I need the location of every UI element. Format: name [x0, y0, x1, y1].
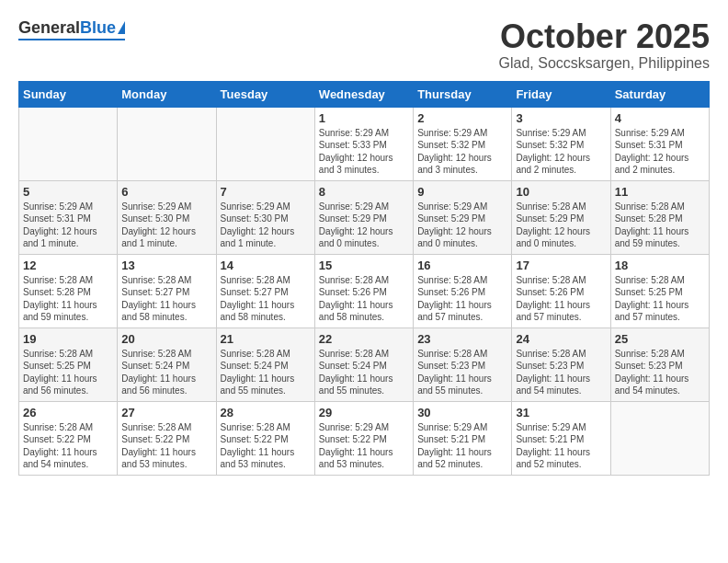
- location-title: Glad, Soccsksargen, Philippines: [499, 55, 710, 72]
- calendar-cell: [216, 107, 314, 180]
- day-info: Sunrise: 5:28 AM Sunset: 5:22 PM Dayligh…: [121, 421, 211, 471]
- day-info: Sunrise: 5:29 AM Sunset: 5:33 PM Dayligh…: [319, 127, 409, 177]
- calendar-cell: 26Sunrise: 5:28 AM Sunset: 5:22 PM Dayli…: [19, 401, 118, 475]
- day-number: 4: [615, 111, 705, 125]
- day-info: Sunrise: 5:28 AM Sunset: 5:26 PM Dayligh…: [319, 274, 409, 324]
- day-number: 11: [615, 185, 705, 199]
- day-info: Sunrise: 5:28 AM Sunset: 5:24 PM Dayligh…: [221, 348, 311, 397]
- calendar-cell: 15Sunrise: 5:28 AM Sunset: 5:26 PM Dayli…: [314, 254, 413, 327]
- calendar-cell: 19Sunrise: 5:28 AM Sunset: 5:25 PM Dayli…: [19, 327, 118, 401]
- calendar-cell: 24Sunrise: 5:28 AM Sunset: 5:23 PM Dayli…: [512, 327, 610, 401]
- calendar-cell: 21Sunrise: 5:28 AM Sunset: 5:24 PM Dayli…: [216, 327, 314, 401]
- calendar-cell: 14Sunrise: 5:28 AM Sunset: 5:27 PM Dayli…: [216, 254, 314, 327]
- day-info: Sunrise: 5:28 AM Sunset: 5:22 PM Dayligh…: [23, 421, 113, 471]
- day-info: Sunrise: 5:29 AM Sunset: 5:30 PM Dayligh…: [221, 201, 311, 250]
- day-info: Sunrise: 5:29 AM Sunset: 5:21 PM Dayligh…: [516, 421, 606, 471]
- day-number: 6: [121, 185, 211, 199]
- day-info: Sunrise: 5:29 AM Sunset: 5:29 PM Dayligh…: [319, 201, 409, 250]
- day-number: 8: [319, 185, 409, 199]
- day-info: Sunrise: 5:29 AM Sunset: 5:29 PM Dayligh…: [417, 201, 507, 250]
- day-number: 20: [121, 332, 211, 346]
- logo-general-text: General: [18, 18, 80, 38]
- day-number: 1: [319, 111, 409, 125]
- day-number: 5: [23, 185, 113, 199]
- calendar-header-saturday: Saturday: [610, 81, 709, 107]
- day-info: Sunrise: 5:28 AM Sunset: 5:23 PM Dayligh…: [516, 348, 606, 397]
- day-number: 29: [319, 406, 409, 419]
- calendar-cell: 27Sunrise: 5:28 AM Sunset: 5:22 PM Dayli…: [118, 401, 216, 475]
- day-info: Sunrise: 5:28 AM Sunset: 5:27 PM Dayligh…: [121, 274, 211, 324]
- calendar-cell: 10Sunrise: 5:28 AM Sunset: 5:29 PM Dayli…: [512, 180, 610, 254]
- day-info: Sunrise: 5:28 AM Sunset: 5:26 PM Dayligh…: [516, 274, 606, 324]
- day-number: 3: [516, 111, 606, 125]
- day-number: 31: [516, 406, 606, 419]
- page-header: General Blue October 2025 Glad, Soccsksa…: [18, 18, 710, 72]
- calendar-week-row: 12Sunrise: 5:28 AM Sunset: 5:28 PM Dayli…: [19, 254, 710, 327]
- day-info: Sunrise: 5:28 AM Sunset: 5:23 PM Dayligh…: [417, 348, 507, 397]
- calendar-cell: 25Sunrise: 5:28 AM Sunset: 5:23 PM Dayli…: [610, 327, 709, 401]
- calendar-cell: 3Sunrise: 5:29 AM Sunset: 5:32 PM Daylig…: [512, 107, 610, 180]
- day-number: 21: [221, 332, 311, 346]
- day-info: Sunrise: 5:29 AM Sunset: 5:32 PM Dayligh…: [516, 127, 606, 177]
- day-number: 19: [23, 332, 113, 346]
- calendar-cell: 18Sunrise: 5:28 AM Sunset: 5:25 PM Dayli…: [610, 254, 709, 327]
- day-info: Sunrise: 5:29 AM Sunset: 5:31 PM Dayligh…: [23, 201, 113, 250]
- day-number: 28: [221, 406, 311, 419]
- day-number: 26: [23, 406, 113, 419]
- calendar-cell: 23Sunrise: 5:28 AM Sunset: 5:23 PM Dayli…: [414, 327, 512, 401]
- calendar-cell: 5Sunrise: 5:29 AM Sunset: 5:31 PM Daylig…: [19, 180, 118, 254]
- day-info: Sunrise: 5:29 AM Sunset: 5:31 PM Dayligh…: [615, 127, 705, 177]
- day-number: 2: [417, 111, 507, 125]
- day-number: 14: [221, 259, 311, 272]
- calendar-cell: 1Sunrise: 5:29 AM Sunset: 5:33 PM Daylig…: [314, 107, 413, 180]
- day-number: 27: [121, 406, 211, 419]
- day-number: 25: [615, 332, 705, 346]
- day-number: 16: [417, 259, 507, 272]
- day-number: 24: [516, 332, 606, 346]
- day-info: Sunrise: 5:28 AM Sunset: 5:22 PM Dayligh…: [221, 421, 311, 471]
- day-info: Sunrise: 5:29 AM Sunset: 5:32 PM Dayligh…: [417, 127, 507, 177]
- day-number: 10: [516, 185, 606, 199]
- calendar-cell: 30Sunrise: 5:29 AM Sunset: 5:21 PM Dayli…: [414, 401, 512, 475]
- calendar-cell: [19, 107, 118, 180]
- day-info: Sunrise: 5:28 AM Sunset: 5:23 PM Dayligh…: [615, 348, 705, 397]
- calendar-cell: 4Sunrise: 5:29 AM Sunset: 5:31 PM Daylig…: [610, 107, 709, 180]
- day-info: Sunrise: 5:29 AM Sunset: 5:30 PM Dayligh…: [121, 201, 211, 250]
- logo: General Blue: [18, 18, 125, 40]
- calendar-header-tuesday: Tuesday: [216, 81, 314, 107]
- calendar-header-friday: Friday: [512, 81, 610, 107]
- calendar-cell: 7Sunrise: 5:29 AM Sunset: 5:30 PM Daylig…: [216, 180, 314, 254]
- day-number: 9: [417, 185, 507, 199]
- calendar-cell: 6Sunrise: 5:29 AM Sunset: 5:30 PM Daylig…: [118, 180, 216, 254]
- day-info: Sunrise: 5:28 AM Sunset: 5:26 PM Dayligh…: [417, 274, 507, 324]
- day-info: Sunrise: 5:28 AM Sunset: 5:27 PM Dayligh…: [221, 274, 311, 324]
- day-number: 18: [615, 259, 705, 272]
- calendar-week-row: 5Sunrise: 5:29 AM Sunset: 5:31 PM Daylig…: [19, 180, 710, 254]
- day-number: 15: [319, 259, 409, 272]
- calendar-cell: 13Sunrise: 5:28 AM Sunset: 5:27 PM Dayli…: [118, 254, 216, 327]
- calendar-week-row: 26Sunrise: 5:28 AM Sunset: 5:22 PM Dayli…: [19, 401, 710, 475]
- day-number: 7: [221, 185, 311, 199]
- day-info: Sunrise: 5:28 AM Sunset: 5:28 PM Dayligh…: [615, 201, 705, 250]
- day-number: 17: [516, 259, 606, 272]
- calendar-cell: [118, 107, 216, 180]
- calendar-cell: 9Sunrise: 5:29 AM Sunset: 5:29 PM Daylig…: [414, 180, 512, 254]
- calendar-cell: 11Sunrise: 5:28 AM Sunset: 5:28 PM Dayli…: [610, 180, 709, 254]
- calendar-cell: 8Sunrise: 5:29 AM Sunset: 5:29 PM Daylig…: [314, 180, 413, 254]
- calendar-cell: 20Sunrise: 5:28 AM Sunset: 5:24 PM Dayli…: [118, 327, 216, 401]
- calendar-header-monday: Monday: [118, 81, 216, 107]
- calendar-cell: [610, 401, 709, 475]
- logo-blue-text: Blue: [80, 18, 116, 38]
- day-info: Sunrise: 5:28 AM Sunset: 5:24 PM Dayligh…: [121, 348, 211, 397]
- day-info: Sunrise: 5:28 AM Sunset: 5:25 PM Dayligh…: [23, 348, 113, 397]
- logo-underline: [18, 39, 125, 40]
- day-info: Sunrise: 5:29 AM Sunset: 5:22 PM Dayligh…: [319, 421, 409, 471]
- calendar-cell: 22Sunrise: 5:28 AM Sunset: 5:24 PM Dayli…: [314, 327, 413, 401]
- day-info: Sunrise: 5:28 AM Sunset: 5:24 PM Dayligh…: [319, 348, 409, 397]
- calendar-week-row: 1Sunrise: 5:29 AM Sunset: 5:33 PM Daylig…: [19, 107, 710, 180]
- calendar-header-sunday: Sunday: [19, 81, 118, 107]
- calendar-week-row: 19Sunrise: 5:28 AM Sunset: 5:25 PM Dayli…: [19, 327, 710, 401]
- calendar-cell: 12Sunrise: 5:28 AM Sunset: 5:28 PM Dayli…: [19, 254, 118, 327]
- calendar-header-row: SundayMondayTuesdayWednesdayThursdayFrid…: [19, 81, 710, 107]
- logo-triangle-icon: [118, 21, 125, 34]
